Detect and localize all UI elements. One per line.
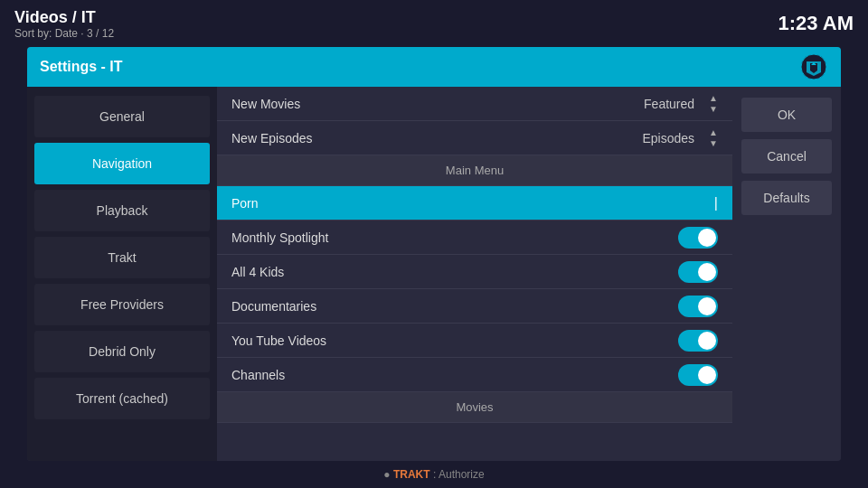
- porn-row[interactable]: Porn |: [217, 186, 732, 221]
- sidebar-item-label: Torrent (cached): [76, 391, 168, 406]
- center-content: New Movies Featured ▲ ▼ New Episodes Epi…: [217, 87, 732, 461]
- sidebar: General Navigation Playback Trakt Free P…: [27, 87, 217, 461]
- top-bar-left: Videos / IT Sort by: Date · 3 / 12: [14, 8, 114, 40]
- sidebar-item-navigation[interactable]: Navigation: [34, 143, 210, 184]
- page-subtitle: Sort by: Date · 3 / 12: [14, 27, 114, 40]
- sidebar-item-torrent-cached[interactable]: Torrent (cached): [34, 378, 210, 419]
- all4kids-row[interactable]: All 4 Kids: [217, 255, 732, 289]
- arrow-up-icon: ▲: [709, 128, 718, 137]
- movies-header-text: Movies: [456, 400, 493, 414]
- main-menu-section-header: Main Menu: [217, 155, 732, 186]
- trakt-label: TRAKT: [393, 468, 430, 481]
- new-movies-row[interactable]: New Movies Featured ▲ ▼: [217, 87, 732, 121]
- bottom-bar: ● TRAKT : Authorize: [0, 461, 868, 488]
- sidebar-item-label: General: [99, 109, 145, 124]
- arrow-up-icon: ▲: [709, 94, 718, 103]
- new-episodes-row[interactable]: New Episodes Episodes ▲ ▼: [217, 121, 732, 155]
- sidebar-item-label: Trakt: [108, 250, 136, 265]
- youtube-videos-row[interactable]: You Tube Videos: [217, 324, 732, 358]
- documentaries-row[interactable]: Documentaries: [217, 289, 732, 324]
- channels-toggle[interactable]: [678, 364, 718, 386]
- settings-body: General Navigation Playback Trakt Free P…: [27, 87, 841, 461]
- sidebar-item-label: Free Providers: [80, 297, 164, 312]
- kodi-logo-icon: [799, 52, 828, 81]
- sidebar-item-label: Navigation: [92, 156, 152, 171]
- sidebar-item-trakt[interactable]: Trakt: [34, 237, 210, 278]
- sidebar-item-playback[interactable]: Playback: [34, 190, 210, 231]
- arrow-down-icon: ▼: [709, 105, 718, 114]
- arrow-down-icon: ▼: [709, 139, 718, 148]
- new-movies-label: New Movies: [231, 97, 644, 111]
- defaults-button[interactable]: Defaults: [741, 181, 832, 215]
- sidebar-item-debrid-only[interactable]: Debrid Only: [34, 331, 210, 372]
- monthly-spotlight-row[interactable]: Monthly Spotlight: [217, 221, 732, 255]
- new-episodes-value: Episodes: [643, 131, 695, 145]
- settings-panel: Settings - IT General Navigation Playbac…: [27, 47, 841, 461]
- settings-title: Settings - IT: [40, 59, 123, 75]
- new-episodes-label: New Episodes: [231, 131, 643, 145]
- bottom-bar-prefix: ●: [383, 468, 393, 481]
- movies-section-header: Movies: [217, 392, 732, 423]
- channels-label: Channels: [231, 368, 678, 382]
- sidebar-item-free-providers[interactable]: Free Providers: [34, 284, 210, 325]
- channels-row[interactable]: Channels: [217, 358, 732, 392]
- new-movies-value: Featured: [644, 97, 694, 111]
- sidebar-item-label: Playback: [97, 203, 148, 218]
- porn-label: Porn: [231, 196, 714, 211]
- page-title: Videos / IT: [14, 8, 114, 27]
- sidebar-item-label: Debrid Only: [89, 344, 156, 359]
- youtube-videos-toggle[interactable]: [678, 330, 718, 352]
- right-buttons-panel: OK Cancel Defaults: [732, 87, 841, 461]
- all4kids-label: All 4 Kids: [231, 265, 678, 279]
- monthly-spotlight-label: Monthly Spotlight: [231, 230, 678, 245]
- bottom-bar-suffix: : Authorize: [430, 468, 485, 481]
- ok-button[interactable]: OK: [741, 98, 832, 132]
- porn-separator: |: [714, 195, 718, 211]
- all4kids-toggle[interactable]: [678, 261, 718, 283]
- new-movies-arrows[interactable]: ▲ ▼: [709, 94, 718, 114]
- bottom-bar-text: ● TRAKT : Authorize: [383, 468, 484, 481]
- documentaries-toggle[interactable]: [678, 296, 718, 317]
- main-menu-header-text: Main Menu: [446, 164, 504, 177]
- new-episodes-arrows[interactable]: ▲ ▼: [709, 128, 718, 148]
- top-bar: Videos / IT Sort by: Date · 3 / 12 1:23 …: [0, 0, 868, 47]
- youtube-videos-label: You Tube Videos: [231, 333, 678, 348]
- documentaries-label: Documentaries: [231, 299, 678, 314]
- cancel-button[interactable]: Cancel: [741, 139, 832, 174]
- settings-header: Settings - IT: [27, 47, 841, 87]
- clock: 1:23 AM: [778, 12, 854, 35]
- monthly-spotlight-toggle[interactable]: [678, 227, 718, 249]
- sidebar-item-general[interactable]: General: [34, 96, 210, 137]
